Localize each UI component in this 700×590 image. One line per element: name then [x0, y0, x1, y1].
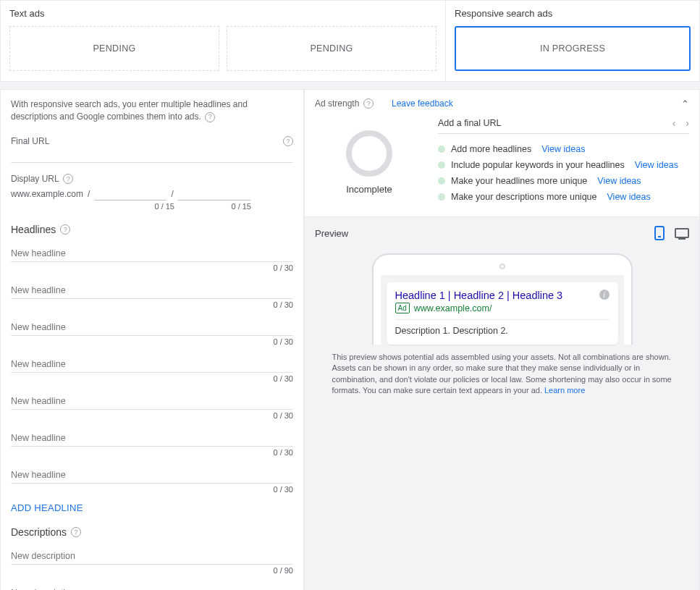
ad-badge: Ad	[395, 303, 410, 313]
learn-more-link[interactable]: Learn more	[544, 386, 585, 395]
prev-recommendation-icon[interactable]: ‹	[672, 117, 676, 129]
preview-note: This preview shows potential ads assembl…	[332, 352, 672, 397]
display-path-1-input[interactable]	[94, 187, 166, 201]
preview-title: Preview	[315, 228, 348, 239]
headline-counter: 0 / 30	[11, 337, 293, 346]
headline-counter: 0 / 30	[11, 300, 293, 309]
headline-counter: 0 / 30	[11, 411, 293, 420]
strength-status: Incomplete	[346, 184, 392, 195]
view-ideas-link[interactable]: View ideas	[597, 176, 641, 186]
status-dot-icon	[438, 193, 445, 201]
display-url-base: www.example.com	[11, 189, 83, 199]
help-icon[interactable]: ?	[60, 224, 70, 235]
desktop-preview-icon[interactable]	[675, 228, 689, 238]
view-ideas-link[interactable]: View ideas	[607, 192, 651, 202]
preview-panel: Preview Headline 1 | Headline 2 | Headli…	[304, 217, 700, 590]
strength-ring-icon	[346, 130, 392, 177]
phone-speaker-icon	[499, 264, 505, 269]
responsive-ads-label: Responsive search ads	[455, 8, 691, 19]
path2-counter: 0 / 15	[179, 202, 251, 211]
headline-input[interactable]	[11, 245, 293, 262]
status-dot-icon	[438, 146, 445, 153]
ad-preview-headline: Headline 1 | Headline 2 | Headline 3	[395, 290, 563, 301]
description-counter: 0 / 90	[11, 566, 293, 575]
help-icon[interactable]: ?	[363, 98, 374, 109]
status-dot-icon	[438, 177, 445, 185]
top-recommendation: Add a final URL	[438, 118, 502, 128]
headline-counter: 0 / 30	[11, 448, 293, 457]
display-url-label: Display URL	[11, 174, 59, 184]
headline-input[interactable]	[11, 282, 293, 299]
help-icon[interactable]: ?	[283, 136, 293, 146]
headline-input[interactable]	[11, 467, 293, 484]
headline-counter: 0 / 30	[11, 374, 293, 383]
ad-type-tabs: Text ads PENDING PENDING Responsive sear…	[0, 0, 700, 82]
recommendation-item: Include popular keywords in your headlin…	[438, 157, 689, 173]
path1-counter: 0 / 15	[102, 202, 174, 211]
headline-input[interactable]	[11, 319, 293, 336]
headlines-section-label: Headlines	[11, 224, 56, 235]
headline-input[interactable]	[11, 430, 293, 447]
ad-strength-panel: Ad strength ? Leave feedback ⌃ Incomplet…	[304, 89, 700, 217]
help-icon[interactable]: ?	[63, 174, 73, 184]
headline-counter: 0 / 30	[11, 485, 293, 494]
headline-input[interactable]	[11, 393, 293, 410]
add-headline-button[interactable]: ADD HEADLINE	[11, 502, 293, 513]
description-input[interactable]	[11, 548, 293, 565]
description-input[interactable]	[11, 585, 293, 590]
final-url-label: Final URL	[11, 136, 49, 146]
headline-input[interactable]	[11, 356, 293, 373]
text-ad-card-2[interactable]: PENDING	[227, 26, 437, 71]
headline-counter: 0 / 30	[11, 264, 293, 272]
help-icon[interactable]: ?	[205, 112, 215, 122]
help-icon[interactable]: ?	[71, 527, 81, 537]
text-ads-label: Text ads	[9, 8, 437, 19]
display-path-2-input[interactable]	[178, 187, 250, 201]
collapse-icon[interactable]: ⌃	[681, 98, 689, 109]
ad-preview-url: www.example.com/	[414, 303, 492, 313]
info-icon[interactable]: i	[599, 290, 610, 300]
recommendation-item: Make your headlines more uniqueView idea…	[438, 173, 689, 189]
text-ad-card-1[interactable]: PENDING	[9, 26, 219, 71]
leave-feedback-link[interactable]: Leave feedback	[392, 98, 453, 109]
mobile-preview-icon[interactable]	[654, 226, 665, 240]
recommendation-item: Add more headlinesView ideas	[438, 141, 689, 157]
view-ideas-link[interactable]: View ideas	[541, 144, 585, 154]
responsive-ad-card[interactable]: IN PROGRESS	[455, 26, 691, 71]
ad-strength-label: Ad strength	[315, 98, 359, 109]
view-ideas-link[interactable]: View ideas	[635, 160, 678, 170]
final-url-input[interactable]	[11, 146, 293, 163]
ad-preview-description: Description 1. Description 2.	[395, 326, 610, 336]
next-recommendation-icon[interactable]: ›	[686, 117, 689, 129]
recommendation-item: Make your descriptions more uniqueView i…	[438, 189, 689, 205]
ad-form-panel: With responsive search ads, you enter mu…	[0, 89, 304, 590]
status-dot-icon	[438, 161, 445, 169]
ad-preview-card: Headline 1 | Headline 2 | Headline 3 i A…	[387, 282, 618, 345]
phone-frame: Headline 1 | Headline 2 | Headline 3 i A…	[372, 253, 633, 345]
descriptions-section-label: Descriptions	[11, 526, 67, 538]
